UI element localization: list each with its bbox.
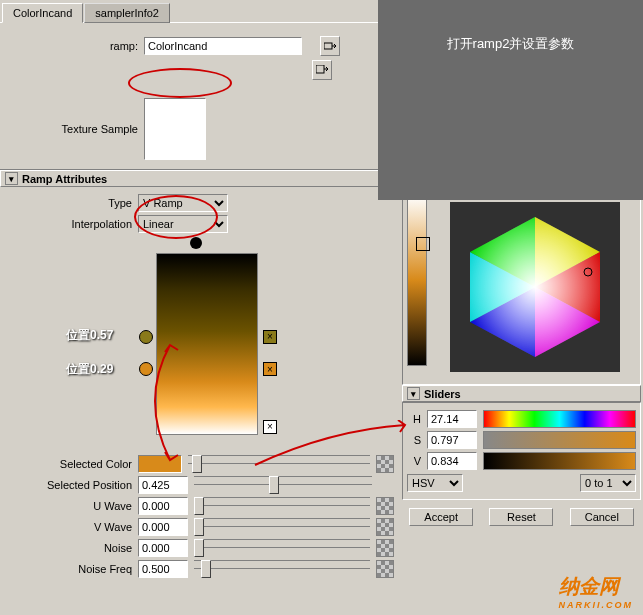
ramp-delete-2[interactable]: × (263, 362, 277, 376)
color-hexagon[interactable] (450, 202, 620, 372)
v-slider[interactable] (483, 452, 636, 470)
vwave-input[interactable] (138, 518, 188, 536)
tab-samplerinfo2[interactable]: samplerInfo2 (84, 3, 170, 23)
ramp-attributes-header[interactable]: ▾ Ramp Attributes (0, 170, 400, 187)
presets-icon-button[interactable] (312, 60, 332, 80)
ramp-attributes-title: Ramp Attributes (22, 173, 107, 185)
svg-rect-0 (324, 43, 332, 49)
collapse-icon[interactable]: ▾ (5, 172, 18, 185)
texture-sample-label: Texture Sample (6, 123, 144, 135)
noise-slider[interactable] (194, 539, 370, 557)
ramp-gradient-preview[interactable]: × × × (156, 253, 258, 435)
map-button-uwave[interactable] (376, 497, 394, 515)
v-label: V (407, 455, 427, 467)
accept-button[interactable]: Accept (409, 508, 473, 526)
selected-position-label: Selected Position (6, 479, 138, 491)
type-label: Type (6, 197, 138, 209)
ramp-delete-1[interactable]: × (263, 330, 277, 344)
ramp-delete-top[interactable] (416, 237, 430, 251)
interpolation-select[interactable]: Linear (138, 215, 228, 233)
interpolation-label: Interpolation (6, 218, 138, 230)
reset-button[interactable]: Reset (489, 508, 553, 526)
svg-rect-1 (316, 65, 324, 73)
ramp-handle-1[interactable] (139, 330, 153, 344)
color-mode-select[interactable]: HSV (407, 474, 463, 492)
noisefreq-input[interactable] (138, 560, 188, 578)
type-select[interactable]: V Ramp (138, 194, 228, 212)
texture-sample-swatch (144, 98, 206, 160)
range-select[interactable]: 0 to 1 (580, 474, 636, 492)
h-input[interactable] (427, 410, 477, 428)
uwave-label: U Wave (6, 500, 138, 512)
noise-label: Noise (6, 542, 138, 554)
selected-color-label: Selected Color (6, 458, 138, 470)
s-input[interactable] (427, 431, 477, 449)
value-strip[interactable] (407, 194, 427, 366)
vwave-label: V Wave (6, 521, 138, 533)
cancel-button[interactable]: Cancel (570, 508, 634, 526)
noisefreq-label: Noise Freq (6, 563, 138, 575)
presets-icon (316, 65, 328, 75)
sliders-header[interactable]: ▾ Sliders (402, 385, 641, 402)
uwave-input[interactable] (138, 497, 188, 515)
selected-position-input[interactable] (138, 476, 188, 494)
ramp-label: ramp: (6, 40, 144, 52)
noise-input[interactable] (138, 539, 188, 557)
focus-icon-button[interactable] (320, 36, 340, 56)
collapse-icon[interactable]: ▾ (407, 387, 420, 400)
annotation-pos2: 位置0.29 (66, 361, 113, 378)
noisefreq-slider[interactable] (194, 560, 370, 578)
uwave-slider[interactable] (194, 497, 370, 515)
map-button-selcolor[interactable] (376, 455, 394, 473)
s-label: S (407, 434, 427, 446)
s-slider[interactable] (483, 431, 636, 449)
ramp-delete-3[interactable]: × (263, 420, 277, 434)
selected-position-slider[interactable] (194, 476, 372, 494)
annotation-instruction: 打开ramp2并设置参数 (378, 0, 643, 200)
annotation-pos1: 位置0.57 (66, 327, 113, 344)
h-label: H (407, 413, 427, 425)
focus-icon (324, 41, 336, 51)
watermark-logo: 纳金网 NARKII.COM (559, 573, 634, 610)
map-button-noise[interactable] (376, 539, 394, 557)
map-button-vwave[interactable] (376, 518, 394, 536)
ramp-handle-top[interactable] (190, 237, 202, 249)
ramp-name-input[interactable] (144, 37, 302, 55)
ramp-handle-2[interactable] (139, 362, 153, 376)
sliders-title: Sliders (424, 388, 461, 400)
map-button-noisefreq[interactable] (376, 560, 394, 578)
v-input[interactable] (427, 452, 477, 470)
color-wheel[interactable] (450, 202, 620, 372)
h-slider[interactable] (483, 410, 636, 428)
tab-colorincand[interactable]: ColorIncand (2, 3, 83, 23)
vwave-slider[interactable] (194, 518, 370, 536)
selected-color-slider[interactable] (188, 455, 370, 473)
selected-color-swatch[interactable] (138, 455, 182, 473)
